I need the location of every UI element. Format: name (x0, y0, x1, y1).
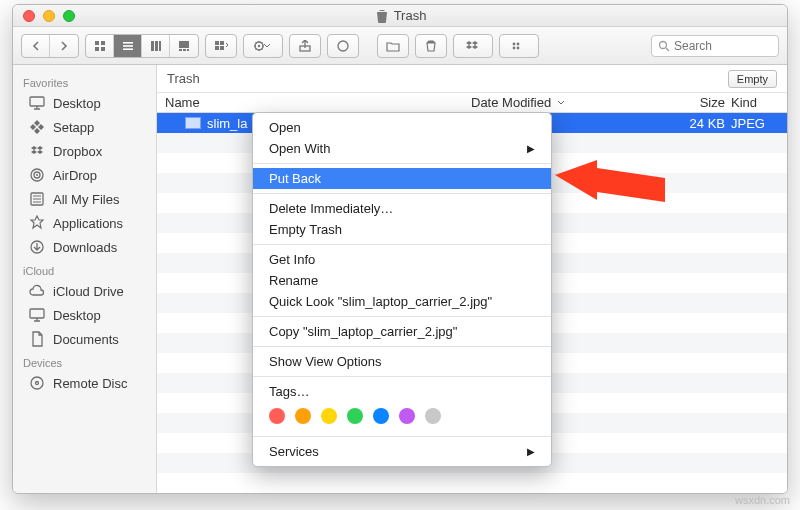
sidebar-item-label: Documents (53, 332, 119, 347)
desktop-icon (29, 95, 45, 111)
view-columns-button[interactable] (142, 35, 170, 57)
watermark: wsxdn.com (735, 494, 790, 506)
sidebar-item-remote-disc[interactable]: Remote Disc (13, 371, 156, 395)
svg-rect-17 (220, 46, 224, 50)
svg-point-22 (513, 42, 516, 45)
sidebar-item-label: Desktop (53, 308, 101, 323)
svg-rect-11 (179, 49, 182, 51)
sidebar-item-setapp[interactable]: Setapp (13, 115, 156, 139)
sidebar: Favorites Desktop Setapp Dropbox AirDrop… (13, 65, 157, 493)
sidebar-item-label: AirDrop (53, 168, 97, 183)
window-title: Trash (394, 8, 427, 23)
tag-gray[interactable] (425, 408, 441, 424)
menu-open[interactable]: Open (253, 117, 551, 138)
forward-button[interactable] (50, 35, 78, 57)
menu-services[interactable]: Services▶ (253, 441, 551, 462)
annotation-arrow-icon (555, 160, 665, 220)
tag-orange[interactable] (295, 408, 311, 424)
close-icon[interactable] (23, 10, 35, 22)
sidebar-item-label: Dropbox (53, 144, 102, 159)
menu-rename[interactable]: Rename (253, 270, 551, 291)
file-kind: JPEG (731, 116, 765, 131)
menu-separator (253, 436, 551, 437)
column-date[interactable]: Date Modified (471, 95, 671, 110)
svg-rect-6 (123, 48, 133, 50)
tag-green[interactable] (347, 408, 363, 424)
menu-separator (253, 376, 551, 377)
svg-rect-33 (30, 309, 44, 318)
desktop-icon (29, 307, 45, 323)
menu-separator (253, 244, 551, 245)
empty-trash-button[interactable]: Empty (728, 70, 777, 88)
sidebar-item-documents[interactable]: Documents (13, 327, 156, 351)
menu-separator (253, 346, 551, 347)
tag-purple[interactable] (399, 408, 415, 424)
connect-button[interactable] (499, 34, 539, 58)
tag-blue[interactable] (373, 408, 389, 424)
menu-separator (253, 163, 551, 164)
tag-color-row (253, 402, 551, 432)
sidebar-item-airdrop[interactable]: AirDrop (13, 163, 156, 187)
delete-button[interactable] (415, 34, 447, 58)
menu-show-view-options[interactable]: Show View Options (253, 351, 551, 372)
new-folder-button[interactable] (377, 34, 409, 58)
chevron-down-icon (557, 99, 565, 107)
menu-separator (253, 316, 551, 317)
menu-separator (253, 193, 551, 194)
documents-icon (29, 331, 45, 347)
svg-rect-9 (159, 41, 161, 51)
view-switcher (85, 34, 199, 58)
search-input[interactable] (674, 39, 764, 53)
menu-tags[interactable]: Tags… (253, 381, 551, 402)
svg-rect-10 (179, 41, 189, 48)
sidebar-item-downloads[interactable]: Downloads (13, 235, 156, 259)
svg-rect-1 (101, 41, 105, 45)
column-kind[interactable]: Kind (731, 95, 787, 110)
svg-point-24 (513, 46, 516, 49)
sidebar-item-label: All My Files (53, 192, 119, 207)
view-gallery-button[interactable] (170, 35, 198, 57)
search-field[interactable] (651, 35, 779, 57)
file-name: slim_la (207, 116, 247, 131)
tag-yellow[interactable] (321, 408, 337, 424)
back-button[interactable] (22, 35, 50, 57)
sidebar-item-applications[interactable]: Applications (13, 211, 156, 235)
tag-red[interactable] (269, 408, 285, 424)
svg-rect-16 (215, 46, 219, 50)
sidebar-header-favorites: Favorites (13, 71, 156, 91)
action-button[interactable] (243, 34, 283, 58)
window-controls (13, 10, 75, 22)
sidebar-item-allfiles[interactable]: All My Files (13, 187, 156, 211)
applications-icon (29, 215, 45, 231)
menu-put-back[interactable]: Put Back (253, 168, 551, 189)
menu-open-with[interactable]: Open With▶ (253, 138, 551, 159)
sidebar-item-label: Desktop (53, 96, 101, 111)
sidebar-item-dropbox[interactable]: Dropbox (13, 139, 156, 163)
column-name[interactable]: Name (157, 95, 471, 110)
menu-copy[interactable]: Copy "slim_laptop_carrier_2.jpg" (253, 321, 551, 342)
tags-button[interactable] (327, 34, 359, 58)
minimize-icon[interactable] (43, 10, 55, 22)
dropbox-button[interactable] (453, 34, 493, 58)
sidebar-item-label: Remote Disc (53, 376, 127, 391)
svg-point-30 (36, 174, 38, 176)
sidebar-item-desktop-cloud[interactable]: Desktop (13, 303, 156, 327)
svg-rect-13 (187, 49, 189, 51)
menu-empty-trash[interactable]: Empty Trash (253, 219, 551, 240)
nav-back-forward (21, 34, 79, 58)
view-icons-button[interactable] (86, 35, 114, 57)
view-list-button[interactable] (114, 35, 142, 57)
sidebar-item-icloud[interactable]: iCloud Drive (13, 279, 156, 303)
share-button[interactable] (289, 34, 321, 58)
svg-point-19 (258, 44, 260, 46)
menu-get-info[interactable]: Get Info (253, 249, 551, 270)
sidebar-item-label: iCloud Drive (53, 284, 124, 299)
arrange-button[interactable] (205, 34, 237, 58)
zoom-icon[interactable] (63, 10, 75, 22)
menu-quick-look[interactable]: Quick Look "slim_laptop_carrier_2.jpg" (253, 291, 551, 312)
column-size[interactable]: Size (671, 95, 731, 110)
menu-delete-immediately[interactable]: Delete Immediately… (253, 198, 551, 219)
sidebar-item-desktop[interactable]: Desktop (13, 91, 156, 115)
path-bar: Trash Empty (157, 65, 787, 93)
downloads-icon (29, 239, 45, 255)
